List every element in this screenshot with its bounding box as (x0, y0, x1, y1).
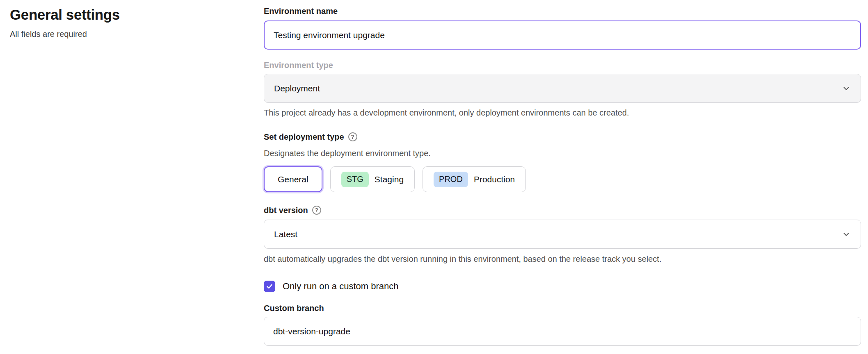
deployment-type-general-label: General (278, 175, 308, 184)
chevron-down-icon (842, 84, 851, 93)
check-icon (266, 283, 273, 290)
deployment-type-general-button[interactable]: General (264, 166, 322, 192)
custom-branch-checkbox-label: Only run on a custom branch (283, 281, 398, 292)
dbt-version-label-row: dbt version ? (264, 205, 861, 216)
custom-branch-checkbox-row[interactable]: Only run on a custom branch (264, 281, 861, 292)
custom-branch-input[interactable] (264, 317, 861, 346)
environment-form: Environment name Environment type Deploy… (264, 0, 861, 346)
deployment-type-helper: Designates the deployment environment ty… (264, 148, 861, 159)
help-icon[interactable]: ? (312, 206, 321, 215)
deployment-type-production-button[interactable]: PROD Production (423, 166, 526, 192)
dbt-version-label: dbt version (264, 205, 308, 216)
deployment-type-production-label: Production (474, 175, 515, 184)
staging-badge: STG (341, 172, 369, 187)
help-icon[interactable]: ? (348, 132, 357, 141)
environment-type-value: Deployment (274, 84, 320, 93)
environment-type-helper: This project already has a development e… (264, 107, 861, 118)
deployment-type-staging-label: Staging (375, 175, 404, 184)
deployment-type-label: Set deployment type (264, 132, 344, 142)
custom-branch-checkbox[interactable] (264, 281, 275, 292)
environment-name-input[interactable] (264, 20, 861, 50)
dbt-version-helper: dbt automatically upgrades the dbt versi… (264, 254, 861, 264)
custom-branch-label: Custom branch (264, 303, 861, 313)
dbt-version-value: Latest (274, 229, 297, 239)
page-title: General settings (10, 7, 264, 23)
environment-settings-page: General settings All fields are required… (0, 0, 868, 346)
environment-type-label: Environment type (264, 60, 861, 70)
chevron-down-icon (842, 230, 851, 239)
deployment-type-staging-button[interactable]: STG Staging (330, 166, 415, 192)
settings-header: General settings All fields are required (0, 0, 264, 346)
page-subtitle: All fields are required (10, 30, 264, 39)
environment-name-label: Environment name (264, 6, 861, 16)
dbt-version-select[interactable]: Latest (264, 220, 861, 249)
production-badge: PROD (434, 172, 468, 187)
deployment-type-label-row: Set deployment type ? (264, 132, 861, 142)
deployment-type-options: General STG Staging PROD Production (264, 166, 861, 192)
environment-type-select: Deployment (264, 74, 861, 103)
